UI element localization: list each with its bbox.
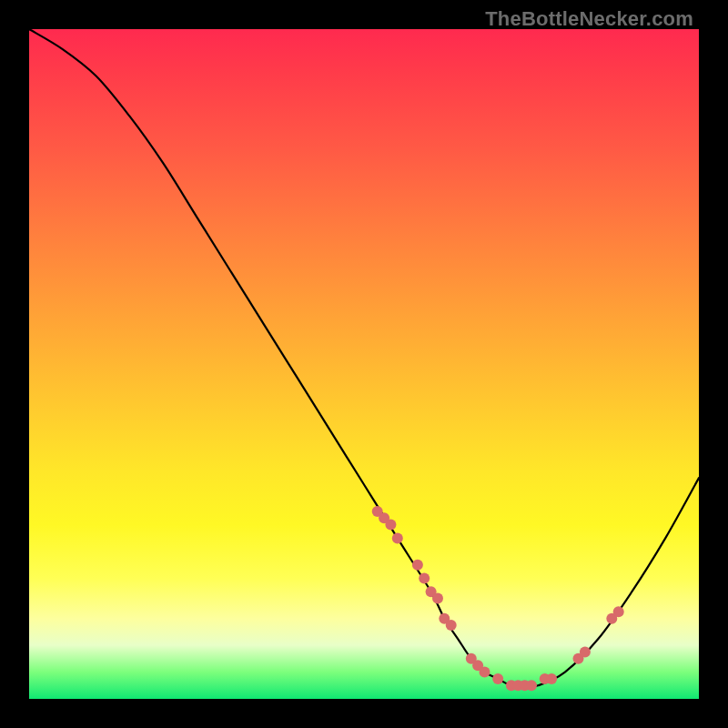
marker-dot (613, 606, 624, 617)
marker-dot (392, 532, 403, 543)
marker-dot (446, 620, 457, 631)
marker-dot (385, 520, 396, 531)
scatter-markers (372, 506, 624, 691)
bottleneck-curve (29, 29, 699, 686)
curve-svg (29, 29, 699, 699)
attribution-label: TheBottleNecker.com (485, 7, 693, 31)
marker-dot (412, 560, 423, 571)
chart-frame: TheBottleNecker.com (0, 0, 728, 728)
marker-dot (480, 667, 490, 678)
marker-dot (526, 680, 537, 691)
marker-dot (419, 573, 430, 584)
gradient-plot-area (29, 29, 699, 699)
marker-dot (432, 593, 443, 604)
marker-dot (580, 647, 591, 658)
marker-dot (546, 673, 557, 684)
marker-dot (492, 673, 503, 684)
